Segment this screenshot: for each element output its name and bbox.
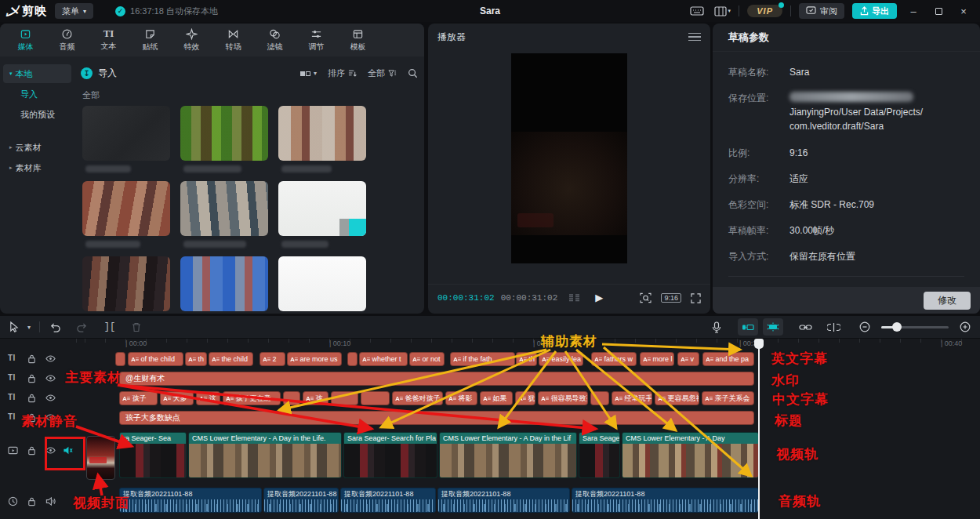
text-track-icon[interactable]: TI (8, 373, 16, 382)
subtitle-clip[interactable] (361, 391, 390, 405)
video-clip[interactable]: ra Seager- Sea (119, 432, 187, 478)
subtitle-clip[interactable]: A≡孩 (303, 391, 328, 405)
audio-clip[interactable]: 提取音频20221101-88 (263, 488, 339, 513)
overlay-clip[interactable]: 孩子大多数缺点 (119, 411, 754, 425)
aspect-ratio-button[interactable]: 9:16 (661, 293, 681, 303)
audio-clip[interactable]: 提取音频20221101-88 (340, 488, 436, 513)
link-preview-icon[interactable] (795, 318, 815, 336)
lock-track-icon[interactable] (27, 393, 37, 403)
audio-clip[interactable]: 提取音频20221101-88 (437, 488, 570, 513)
subtitle-clip[interactable]: A≡大多 (160, 391, 194, 405)
media-thumbnail[interactable] (278, 256, 366, 311)
text-track-icon[interactable]: TI (8, 354, 16, 362)
media-thumbnail[interactable] (82, 181, 170, 236)
delete-icon[interactable] (126, 318, 147, 336)
preview-quality-icon[interactable] (640, 291, 652, 305)
video-clip[interactable]: CMS Lower Elementary - A Day in the Life… (188, 432, 342, 478)
media-thumbnail[interactable] (180, 256, 268, 311)
layout-switch-icon[interactable]: ▾ (713, 4, 731, 18)
subtitle-clip[interactable]: A≡of the child (128, 352, 183, 366)
select-tool-caret[interactable]: ▾ (24, 318, 34, 336)
menu-button[interactable]: 菜单 ▾ (55, 3, 93, 19)
media-thumbnail[interactable] (180, 106, 268, 161)
playhead[interactable] (758, 339, 760, 519)
video-clip[interactable]: CMS Lower Elementary - A Day in the Lif (439, 432, 577, 478)
record-voiceover-icon[interactable] (706, 318, 727, 336)
maximize-button[interactable] (930, 5, 947, 17)
review-button[interactable]: 审阅 (799, 3, 844, 19)
speaker-track-icon[interactable] (45, 496, 56, 506)
import-button[interactable]: ↧ 导入 (81, 67, 117, 80)
undo-icon[interactable] (45, 318, 65, 336)
play-button[interactable]: ▶ (595, 292, 603, 303)
lock-track-icon[interactable] (27, 412, 37, 423)
tab-media[interactable]: 媒体 (5, 24, 46, 56)
subtitle-clip[interactable]: A≡如果 (480, 391, 513, 405)
subtitle-clip[interactable] (347, 352, 358, 366)
sidebar-item-云素材[interactable]: ▸云素材 (3, 138, 71, 157)
media-thumbnail[interactable] (278, 106, 366, 161)
subtitle-clip[interactable]: A≡more l (640, 352, 674, 366)
subtitle-clip[interactable]: A≡th (185, 352, 207, 366)
media-thumbnail[interactable] (82, 106, 170, 161)
subtitle-clip[interactable] (283, 391, 300, 405)
audio-clip[interactable]: 提取音频20221101-88 (119, 488, 262, 513)
text-track-icon[interactable]: TI (8, 412, 16, 421)
zoom-in-icon[interactable] (955, 318, 975, 336)
subtitle-clip[interactable]: A≡很容易导致孩 (538, 391, 588, 405)
mute-track-icon[interactable] (63, 445, 73, 455)
eye-track-icon[interactable] (45, 354, 56, 364)
sidebar-item-本地[interactable]: ▾本地 (3, 64, 71, 83)
tab-sticker[interactable]: 贴纸 (129, 24, 171, 56)
subtitle-clip[interactable] (590, 391, 609, 405)
modify-button[interactable]: 修改 (924, 292, 971, 310)
video-clip[interactable]: CMS Lower Elementary - A Day (622, 432, 759, 478)
subtitle-clip[interactable] (115, 352, 125, 366)
subtitle-clip[interactable]: A≡th (516, 352, 537, 366)
redo-icon[interactable] (71, 318, 92, 336)
keyboard-shortcuts-icon[interactable] (688, 4, 706, 18)
auto-snap-icon[interactable] (763, 318, 783, 336)
subtitle-clip[interactable]: A≡and the pa (702, 352, 754, 366)
main-track-magnet-icon[interactable] (738, 318, 758, 336)
eye-track-icon[interactable] (45, 445, 56, 455)
tab-effects[interactable]: 特效 (171, 24, 212, 56)
subtitle-clip[interactable] (331, 391, 358, 405)
subtitle-clip[interactable]: A≡the child (209, 352, 253, 366)
tab-template[interactable]: 模板 (337, 24, 379, 56)
vip-badge[interactable]: VIP (747, 5, 782, 17)
lock-track-icon[interactable] (27, 354, 37, 364)
minimize-button[interactable]: – (905, 5, 922, 17)
unlink-icon[interactable] (823, 318, 844, 336)
overlay-clip[interactable]: @生财有术 (119, 372, 754, 386)
timeline-zoom-slider[interactable] (881, 326, 949, 328)
timeline[interactable]: | 00:00| 00:10| 00:20| 00:30| 00:40 TITI… (0, 339, 980, 519)
video-preview[interactable] (511, 53, 627, 263)
subtitle-clip[interactable]: A≡are more us (287, 352, 342, 366)
subtitle-clip[interactable]: A≡easily lea (539, 352, 583, 366)
search-button[interactable] (408, 68, 418, 78)
timeline-ruler[interactable]: | 00:00| 00:10| 00:20| 00:30| 00:40 (74, 339, 980, 350)
fullscreen-icon[interactable] (691, 291, 701, 305)
subtitle-clip[interactable]: A≡or not (409, 352, 445, 366)
subtitle-clip[interactable]: A≡孩子更在意 (223, 391, 281, 405)
subtitle-clip[interactable]: A≡亲子关系会 (702, 391, 754, 405)
export-button[interactable]: 导出 (852, 3, 897, 19)
subtitle-clip[interactable]: A≡将影 (445, 391, 477, 405)
subtitle-clip[interactable]: A≡经常玩手 (612, 391, 652, 405)
select-tool-icon[interactable] (3, 318, 24, 336)
tab-transition[interactable]: 转场 (212, 24, 254, 56)
video-clip[interactable]: Sara Seager- Search for Pla (343, 432, 437, 478)
lock-track-icon[interactable] (27, 445, 37, 455)
split-tool-icon[interactable]: ][ (100, 318, 120, 336)
frame-compare-icon[interactable] (568, 291, 581, 305)
subtitle-clip[interactable]: A≡if the fath (450, 352, 515, 366)
subtitle-clip[interactable]: A≡2 (260, 352, 285, 366)
subtitle-clip[interactable]: A≡孩子 (119, 391, 158, 405)
subtitle-clip[interactable]: A≡v (677, 352, 699, 366)
view-mode-selector[interactable]: ▾ (300, 68, 317, 78)
subtitle-clip[interactable]: A≡爸爸对孩子 (392, 391, 443, 405)
eye-track-icon[interactable] (45, 393, 56, 403)
playhead-handle[interactable] (754, 339, 764, 349)
subtitle-clip[interactable]: A≡这 (196, 391, 220, 405)
